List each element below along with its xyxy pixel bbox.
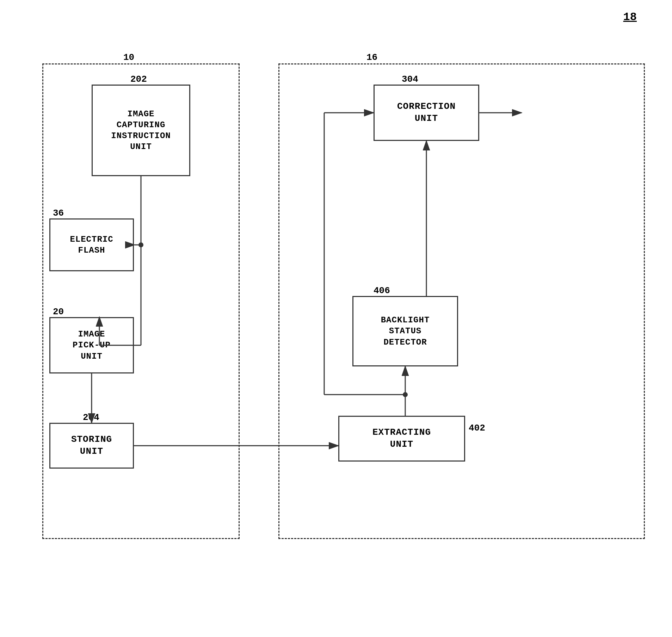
- ref-36: 36: [53, 208, 64, 218]
- image-capturing-instruction-box: IMAGECAPTURINGINSTRUCTIONUNIT: [92, 85, 190, 176]
- image-pickup-box: IMAGEPICK-UPUNIT: [49, 317, 134, 373]
- ref-16: 16: [366, 52, 377, 63]
- ref-10: 10: [123, 52, 134, 63]
- ref-204: 204: [83, 412, 99, 423]
- ref-406: 406: [374, 285, 390, 296]
- backlight-status-box: BACKLIGHTSTATUSDETECTOR: [352, 296, 458, 366]
- figure-number: 18: [623, 11, 637, 24]
- extracting-unit-box: EXTRACTINGUNIT: [338, 416, 465, 462]
- storing-unit-box: STORINGUNIT: [49, 423, 134, 469]
- correction-unit-box: CORRECTIONUNIT: [374, 85, 479, 141]
- ref-304: 304: [402, 74, 418, 85]
- ref-402: 402: [469, 423, 485, 433]
- diagram-container: 10 16 IMAGECAPTURINGINSTRUCTIONUNIT 202 …: [21, 28, 651, 609]
- electric-flash-box: ELECTRICFLASH: [49, 218, 134, 271]
- ref-20: 20: [53, 307, 64, 317]
- ref-202: 202: [130, 74, 147, 85]
